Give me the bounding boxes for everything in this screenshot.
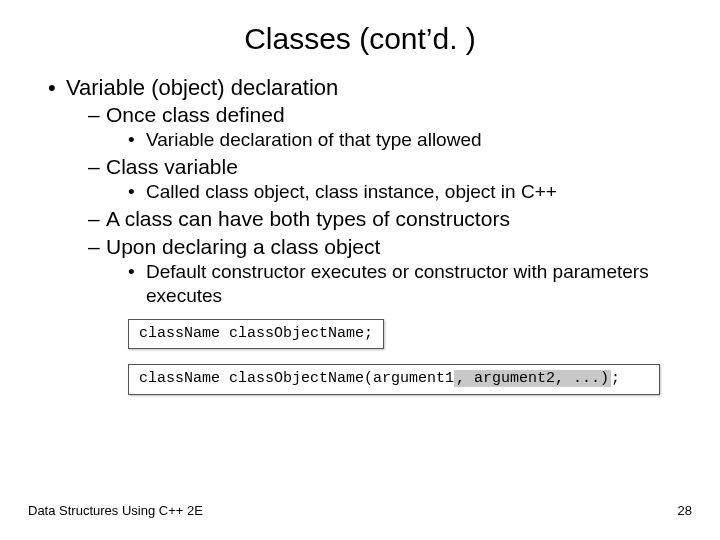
code-highlight: , argument2, ...): [454, 370, 611, 387]
code-box-2: className classObjectName(argument1, arg…: [128, 364, 660, 395]
slide-title: Classes (cont’d. ): [0, 0, 720, 64]
code-box-1: className classObjectName;: [128, 319, 384, 350]
code-text: ;: [611, 370, 620, 387]
bullet-l1: Variable (object) declaration Once class…: [48, 74, 672, 308]
slide-content: Variable (object) declaration Once class…: [0, 64, 720, 407]
bullet-text: Called class object, class instance, obj…: [146, 181, 557, 202]
bullet-l3: Variable declaration of that type allowe…: [128, 128, 672, 152]
bullet-l3: Default constructor executes or construc…: [128, 260, 672, 308]
code-text: className classObjectName(argument1: [139, 370, 454, 387]
bullet-l2: Upon declaring a class object Default co…: [88, 234, 672, 308]
bullet-text: Upon declaring a class object: [106, 235, 380, 258]
bullet-l2: Once class defined Variable declaration …: [88, 102, 672, 152]
bullet-text: Class variable: [106, 155, 238, 178]
bullet-text: Default constructor executes or construc…: [146, 261, 649, 306]
bullet-l3: Called class object, class instance, obj…: [128, 180, 672, 204]
slide: Classes (cont’d. ) Variable (object) dec…: [0, 0, 720, 540]
bullet-text: Once class defined: [106, 103, 285, 126]
code-text: className classObjectName;: [139, 325, 373, 342]
footer-source: Data Structures Using C++ 2E: [28, 503, 203, 518]
page-number: 28: [678, 503, 692, 518]
bullet-l2: Class variable Called class object, clas…: [88, 154, 672, 204]
bullet-text: Variable (object) declaration: [66, 75, 338, 100]
bullet-text: Variable declaration of that type allowe…: [146, 129, 482, 150]
bullet-l2: A class can have both types of construct…: [88, 206, 672, 232]
code-examples: className classObjectName; className cla…: [128, 316, 672, 408]
bullet-text: A class can have both types of construct…: [106, 207, 510, 230]
